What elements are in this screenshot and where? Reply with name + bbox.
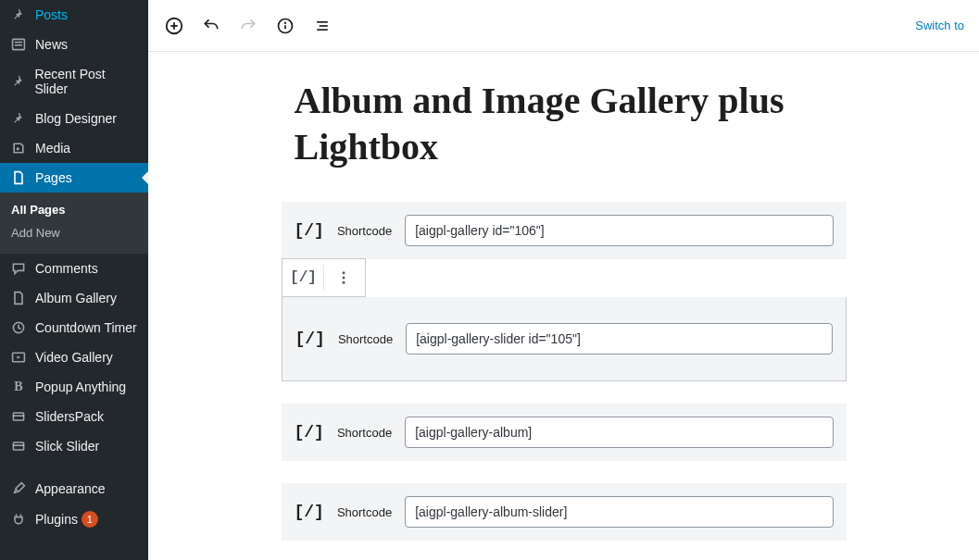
sidebar-item-recent-post-slider[interactable]: Recent Post Slider — [0, 59, 148, 104]
sidebar-item-label: Slick Slider — [35, 439, 99, 454]
sidebar-submenu-pages: All Pages Add New — [0, 193, 148, 254]
sidebar-item-label: Countdown Timer — [35, 320, 137, 335]
separator — [323, 265, 324, 291]
svg-point-20 — [342, 277, 345, 280]
sidebar-item-label: News — [35, 37, 68, 52]
media-icon — [9, 141, 28, 156]
sidebar-item-label: Media — [35, 141, 70, 156]
sidebar-item-label: Plugins — [35, 512, 78, 527]
sidebar-item-sliderspack[interactable]: SlidersPack — [0, 402, 148, 431]
svg-point-3 — [17, 147, 19, 150]
shortcode-icon: [/] — [295, 503, 324, 521]
shortcode-input[interactable] — [405, 417, 833, 448]
sidebar-item-popup-anything[interactable]: B Popup Anything — [0, 372, 148, 402]
sidebar-item-label: Appearance — [35, 481, 106, 496]
editor-area: Switch to Album and Image Gallery plus L… — [148, 0, 979, 560]
shortcode-label: Shortcode — [338, 332, 393, 346]
panel-icon — [9, 409, 28, 424]
plug-icon — [9, 512, 28, 527]
outline-button[interactable] — [311, 15, 333, 37]
submenu-item-all-pages[interactable]: All Pages — [0, 198, 148, 221]
shortcode-block[interactable]: [/] Shortcode — [282, 404, 847, 461]
brush-icon — [9, 481, 28, 496]
svg-point-19 — [342, 271, 345, 274]
sidebar-item-label: Comments — [35, 261, 98, 276]
bold-icon: B — [9, 380, 28, 394]
add-block-button[interactable] — [163, 15, 185, 37]
svg-point-15 — [285, 22, 286, 23]
shortcode-label: Shortcode — [337, 505, 392, 519]
shortcode-block[interactable]: [/] Shortcode — [282, 483, 847, 541]
page-icon — [9, 170, 28, 185]
undo-button[interactable] — [200, 15, 222, 37]
sidebar-item-label: Video Gallery — [35, 350, 113, 365]
pin-icon — [9, 7, 28, 22]
sidebar-item-video-gallery[interactable]: Video Gallery — [0, 342, 148, 372]
sidebar-item-plugins[interactable]: Plugins 1 — [0, 504, 148, 535]
sidebar-item-blog-designer[interactable]: Blog Designer — [0, 104, 148, 133]
info-button[interactable] — [274, 15, 296, 37]
sidebar-item-media[interactable]: Media — [0, 133, 148, 163]
sidebar-item-label: SlidersPack — [35, 409, 104, 424]
clock-icon — [9, 320, 28, 335]
svg-point-21 — [342, 281, 345, 284]
switch-editor-link[interactable]: Switch to — [915, 19, 964, 32]
sidebar-item-label: Pages — [35, 170, 72, 185]
shortcode-icon: [/] — [295, 330, 325, 348]
page-icon — [9, 291, 28, 305]
sidebar-item-album-gallery[interactable]: Album Gallery — [0, 283, 148, 313]
shortcode-block-selected[interactable]: [/] Shortcode — [282, 297, 847, 381]
block-toolbar: [/] — [282, 258, 366, 297]
shortcode-icon: [/] — [295, 423, 324, 442]
sidebar-item-appearance[interactable]: Appearance — [0, 474, 148, 504]
update-badge: 1 — [82, 511, 98, 528]
admin-sidebar: Posts News Recent Post Slider Blog Desig… — [0, 0, 148, 560]
sidebar-item-label: Recent Post Slider — [34, 67, 139, 96]
shortcode-input[interactable] — [406, 323, 832, 355]
sidebar-item-news[interactable]: News — [0, 30, 148, 59]
submenu-item-add-new[interactable]: Add New — [0, 221, 148, 244]
video-icon — [9, 350, 28, 365]
panel-icon — [9, 439, 28, 454]
sidebar-item-countdown-timer[interactable]: Countdown Timer — [0, 313, 148, 342]
pin-icon — [9, 74, 27, 89]
editor-toolbar: Switch to — [148, 0, 979, 52]
news-icon — [9, 37, 28, 52]
shortcode-label: Shortcode — [337, 426, 392, 440]
shortcode-icon: [/] — [295, 221, 324, 240]
sidebar-item-comments[interactable]: Comments — [0, 254, 148, 283]
sidebar-item-label: Blog Designer — [35, 111, 117, 126]
editor-canvas: Album and Image Gallery plus Lightbox [/… — [282, 52, 847, 560]
shortcode-label: Shortcode — [337, 224, 392, 238]
sidebar-item-label: Posts — [35, 7, 68, 22]
shortcode-input[interactable] — [405, 496, 833, 528]
sidebar-item-slick-slider[interactable]: Slick Slider — [0, 431, 148, 461]
block-more-button[interactable] — [328, 262, 359, 293]
pin-icon — [9, 111, 28, 126]
sidebar-item-pages[interactable]: Pages — [0, 163, 148, 193]
comment-icon — [9, 261, 28, 276]
block-type-button[interactable]: [/] — [288, 262, 320, 293]
redo-button[interactable] — [237, 15, 259, 37]
post-title[interactable]: Album and Image Gallery plus Lightbox — [282, 78, 847, 170]
sidebar-item-label: Popup Anything — [35, 380, 126, 394]
sidebar-item-posts[interactable]: Posts — [0, 0, 148, 30]
sidebar-item-label: Album Gallery — [35, 291, 117, 305]
shortcode-input[interactable] — [405, 215, 833, 246]
